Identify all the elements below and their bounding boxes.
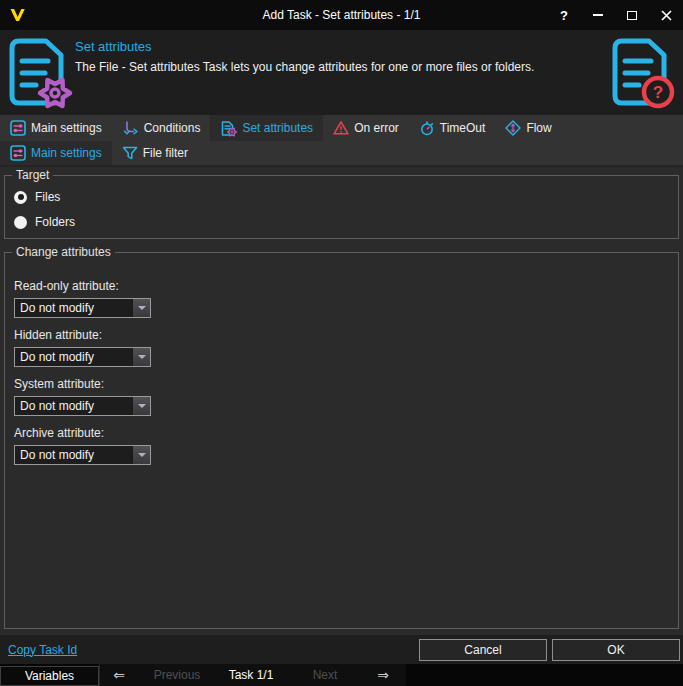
readonly-attribute-select[interactable]: Do not modify <box>14 298 151 318</box>
radio-files-icon[interactable] <box>14 191 27 204</box>
previous-task-button[interactable]: Previous <box>134 668 220 682</box>
subtab-file-filter[interactable]: File filter <box>112 141 198 165</box>
help-button[interactable]: ? <box>547 0 581 30</box>
branch-arrows-icon <box>122 120 139 136</box>
dropdown-button[interactable] <box>132 397 150 415</box>
tab-main-settings[interactable]: Main settings <box>0 115 112 141</box>
tab-label: Main settings <box>31 146 102 160</box>
cancel-button[interactable]: Cancel <box>419 639 547 661</box>
radio-folders-icon[interactable] <box>14 216 27 229</box>
close-button[interactable] <box>649 0 683 30</box>
header-title: Set attributes <box>75 39 152 54</box>
archive-attribute-field: Archive attribute: Do not modify <box>14 426 678 465</box>
dropdown-button[interactable] <box>132 446 150 464</box>
tab-label: Conditions <box>144 121 201 135</box>
change-attributes-groupbox: Change attributes Read-only attribute: D… <box>4 252 679 629</box>
dialog-footer: Copy Task Id Cancel OK <box>0 635 683 664</box>
task-counter: Task 1/1 <box>220 668 282 682</box>
target-legend: Target <box>12 168 53 182</box>
system-attribute-field: System attribute: Do not modify <box>14 377 678 416</box>
copy-task-id-link[interactable]: Copy Task Id <box>8 643 77 657</box>
chevron-down-icon <box>138 306 146 310</box>
selected-value: Do not modify <box>15 350 132 364</box>
radio-folders[interactable]: Folders <box>14 215 678 229</box>
dropdown-button[interactable] <box>132 348 150 366</box>
target-groupbox: Target Files Folders <box>4 175 679 239</box>
readonly-attribute-field: Read-only attribute: Do not modify <box>14 279 678 318</box>
tab-label: Flow <box>526 121 551 135</box>
tab-flow[interactable]: Flow <box>495 115 561 141</box>
tab-label: Main settings <box>31 121 102 135</box>
subtab-main-settings[interactable]: Main settings <box>0 141 112 165</box>
task-document-gear-icon <box>4 36 74 113</box>
dialog-header: Set attributes The File - Set attributes… <box>0 30 683 115</box>
minimize-icon <box>593 14 603 16</box>
close-icon <box>661 10 672 21</box>
maximize-icon <box>627 11 637 20</box>
previous-arrow-icon[interactable]: ⇐ <box>104 667 134 683</box>
radio-files-label: Files <box>35 190 60 204</box>
tab-set-attributes[interactable]: Set attributes <box>210 115 323 141</box>
title-bar: Add Task - Set attributes - 1/1 ? <box>0 0 683 30</box>
radio-folders-label: Folders <box>35 215 75 229</box>
flow-diamond-icon <box>505 120 521 136</box>
tab-conditions[interactable]: Conditions <box>112 115 211 141</box>
chevron-down-icon <box>138 355 146 359</box>
main-settings-panel: Target Files Folders Change attributes R… <box>0 167 683 635</box>
variables-button[interactable]: Variables <box>0 666 99 686</box>
task-tab-bar: Main settings Conditions Set attributes … <box>0 115 683 141</box>
header-description: The File - Set attributes Task lets you … <box>75 60 534 74</box>
archive-attribute-select[interactable]: Do not modify <box>14 445 151 465</box>
dropdown-button[interactable] <box>132 299 150 317</box>
selected-value: Do not modify <box>15 399 132 413</box>
system-attribute-label: System attribute: <box>14 377 678 391</box>
hidden-attribute-select[interactable]: Do not modify <box>14 347 151 367</box>
chevron-down-icon <box>138 404 146 408</box>
hidden-attribute-field: Hidden attribute: Do not modify <box>14 328 678 367</box>
help-document-icon: ? <box>607 36 677 113</box>
app-logo-icon <box>9 7 27 23</box>
tab-timeout[interactable]: TimeOut <box>409 115 496 141</box>
chevron-down-icon <box>138 453 146 457</box>
maximize-button[interactable] <box>615 0 649 30</box>
settings-sub-tab-bar: Main settings File filter <box>0 141 683 167</box>
selected-value: Do not modify <box>15 301 132 315</box>
next-arrow-icon[interactable]: ⇒ <box>368 667 398 683</box>
change-attributes-legend: Change attributes <box>12 245 115 259</box>
tab-label: On error <box>354 121 399 135</box>
task-navigation-bar: Variables ⇐ Previous Task 1/1 Next ⇒ <box>0 664 683 686</box>
svg-text:?: ? <box>653 83 663 102</box>
tab-on-error[interactable]: On error <box>323 115 409 141</box>
tab-label: File filter <box>143 146 188 160</box>
archive-attribute-label: Archive attribute: <box>14 426 678 440</box>
sliders-icon <box>10 145 26 161</box>
readonly-attribute-label: Read-only attribute: <box>14 279 678 293</box>
warning-triangle-icon <box>333 120 349 136</box>
task-nav-panel: ⇐ Previous Task 1/1 Next ⇒ <box>99 664 406 686</box>
document-gear-icon <box>220 120 237 137</box>
selected-value: Do not modify <box>15 448 132 462</box>
next-task-button[interactable]: Next <box>282 668 368 682</box>
minimize-button[interactable] <box>581 0 615 30</box>
filter-funnel-icon <box>122 145 138 161</box>
ok-button[interactable]: OK <box>552 639 680 661</box>
radio-files[interactable]: Files <box>14 190 678 204</box>
tab-label: Set attributes <box>242 121 313 135</box>
hidden-attribute-label: Hidden attribute: <box>14 328 678 342</box>
stopwatch-icon <box>419 120 435 136</box>
sliders-icon <box>10 120 26 136</box>
system-attribute-select[interactable]: Do not modify <box>14 396 151 416</box>
tab-label: TimeOut <box>440 121 486 135</box>
